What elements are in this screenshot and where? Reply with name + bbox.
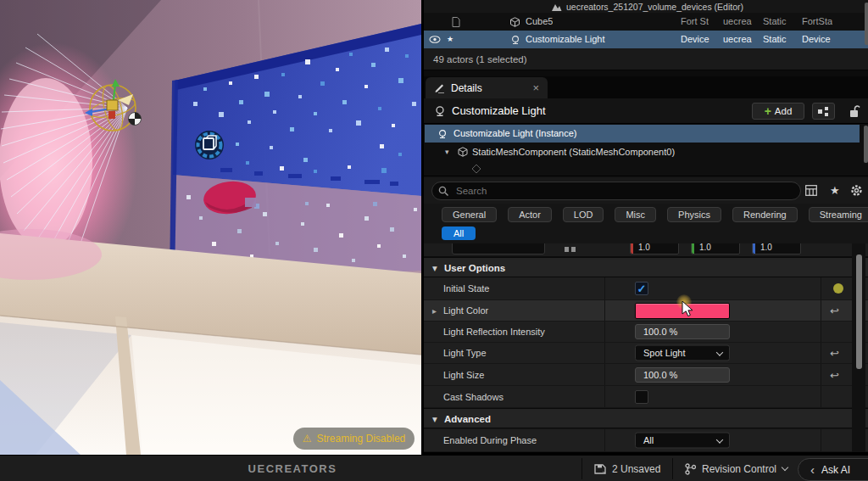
ask-ai-button[interactable]: ‹ Ask AI (798, 458, 868, 481)
component-tree-scrollbar[interactable] (864, 126, 868, 163)
light-device-icon (510, 35, 520, 45)
static-mesh-icon (458, 147, 468, 157)
streaming-warning-badge: ⚠ Streaming Disabled (293, 428, 415, 450)
warning-icon: ⚠ (303, 433, 312, 445)
search-row: ★ (424, 178, 868, 204)
filter-chip-physics[interactable]: Physics (667, 207, 721, 222)
initial-state-checkbox[interactable]: ✓ (635, 282, 648, 295)
scale-y-value: 1.0 (699, 243, 711, 252)
static-mesh-icon (509, 17, 520, 27)
details-tabbar: Details × (424, 76, 868, 98)
transform-scale-row-partial: 1.0 1.0 1.0 (424, 243, 868, 257)
search-icon (438, 186, 449, 197)
filter-chip-misc[interactable]: Misc (615, 207, 656, 222)
close-icon[interactable]: × (532, 81, 539, 94)
selected-actor-title: Customizable Light (452, 98, 546, 124)
scale-x-field[interactable]: 1.0 (630, 243, 679, 254)
tab-label: Details (451, 82, 482, 94)
scale-y-field[interactable]: 1.0 (691, 243, 740, 254)
actor-type: Device (681, 31, 709, 48)
reset-to-default-icon[interactable]: ↩ (830, 368, 839, 381)
collapse-arrow-icon[interactable]: ▾ (432, 409, 437, 429)
component-row-partial[interactable] (424, 161, 859, 176)
actor-class: Device (802, 31, 831, 48)
actor-class: FortSta (802, 13, 832, 31)
row-enabled-during-phase: Enabled During Phase All (424, 429, 868, 452)
filter-chip-general[interactable]: General (442, 207, 497, 222)
filter-chip-lod[interactable]: LOD (563, 207, 604, 222)
property-label: Initial State (443, 277, 489, 299)
actor-mobility: Static (763, 13, 787, 31)
panel-divider (424, 70, 868, 76)
unsaved-label: 2 Unsaved (612, 463, 660, 475)
settings-gear-icon[interactable] (850, 184, 863, 197)
outliner-row-customizable-light[interactable]: ★ Customizable Light Device uecrea Stati… (424, 31, 868, 48)
level-title-text: uecreators_251207_volume_devices (Editor… (566, 2, 743, 12)
actor-source: uecrea (723, 13, 752, 31)
modified-star-icon: ★ (447, 31, 453, 48)
chevron-down-icon (716, 436, 723, 443)
tab-details[interactable]: Details × (426, 77, 548, 98)
actor-label: Customizable Light (526, 31, 605, 48)
revision-control-button[interactable]: Revision Control (685, 456, 787, 481)
outliner-row-cube5[interactable]: Cube5 Fort St uecrea Static FortSta (424, 13, 868, 31)
component-tree: Customizable Light (Instance) ▾ StaticMe… (424, 124, 868, 176)
property-label: Light Type (443, 343, 487, 363)
component-row-instance[interactable]: Customizable Light (Instance) (425, 125, 860, 143)
scale-x-value: 1.0 (638, 243, 650, 252)
blueprint-page-icon (452, 17, 460, 27)
chevron-down-icon (782, 464, 788, 471)
browse-hierarchy-button[interactable] (812, 103, 835, 120)
light-reflection-intensity-field[interactable]: 100.0 % (635, 324, 730, 339)
device-billboard-icon[interactable] (195, 131, 224, 159)
reset-to-default-icon[interactable]: ↩ (830, 347, 839, 360)
collapse-arrow-icon[interactable]: ▾ (432, 258, 437, 278)
hierarchy-icon (818, 106, 829, 117)
expand-arrow-icon[interactable]: ▸ (432, 300, 437, 321)
component-icon (471, 164, 481, 174)
row-light-size: Light Size 100.0 % ↩ (424, 364, 868, 386)
property-label: Light Size (443, 364, 484, 385)
outliner-level-title[interactable]: uecreators_251207_volume_devices (Editor… (424, 0, 868, 13)
visibility-eye-icon[interactable] (429, 36, 441, 43)
actor-mobility: Static (763, 31, 787, 48)
row-light-reflection-intensity: Light Reflection Intensity 100.0 % (424, 322, 868, 343)
filter-chip-actor[interactable]: Actor (508, 207, 552, 222)
enabled-during-phase-dropdown[interactable]: All (635, 433, 730, 449)
unlock-icon[interactable] (849, 104, 860, 118)
scale-mode-dropdown[interactable] (452, 243, 545, 254)
property-label: Enabled During Phase (443, 429, 537, 451)
unsaved-changes-button[interactable]: 2 Unsaved (594, 456, 660, 481)
property-label: Cast Shadows (443, 386, 504, 407)
scale-lock-icon[interactable] (565, 245, 576, 254)
level-icon (551, 2, 562, 12)
filter-chip-rendering[interactable]: Rendering (732, 207, 798, 222)
section-user-options[interactable]: ▾ User Options (424, 257, 868, 277)
light-size-field[interactable]: 100.0 % (635, 367, 730, 383)
outliner-scrollbar[interactable] (865, 3, 868, 45)
section-label: Advanced (444, 409, 491, 429)
cast-shadows-checkbox[interactable] (635, 390, 648, 404)
viewport-scene[interactable] (0, 0, 421, 455)
row-light-color: ▸ Light Color ↩ (424, 300, 868, 322)
actor-label: Cube5 (526, 13, 553, 31)
favorites-star-icon[interactable]: ★ (830, 184, 840, 197)
streaming-warning-text: Streaming Disabled (317, 433, 406, 445)
section-advanced[interactable]: ▾ Advanced (424, 408, 868, 428)
scale-z-field[interactable]: 1.0 (752, 243, 801, 254)
reset-to-default-icon[interactable]: ↩ (830, 305, 839, 317)
chevron-down-icon (716, 349, 723, 355)
add-component-button[interactable]: + Add (752, 103, 804, 120)
property-label: Light Reflection Intensity (443, 322, 545, 342)
expander-arrow-icon[interactable]: ▾ (445, 143, 449, 160)
filter-chip-all[interactable]: All (442, 227, 476, 240)
uefn-editor-window: ⚠ Streaming Disabled uecreators_251207_v… (0, 0, 868, 481)
filter-chip-streaming[interactable]: Streaming (809, 207, 868, 222)
component-row-staticmesh[interactable]: ▾ StaticMeshComponent (StaticMeshCompone… (424, 143, 859, 160)
details-pencil-icon (434, 82, 445, 93)
light-type-value: Spot Light (643, 348, 686, 358)
details-scrollbar-thumb[interactable] (856, 254, 862, 369)
search-input[interactable] (431, 182, 801, 200)
display-filter-icon[interactable] (805, 185, 817, 196)
light-type-dropdown[interactable]: Spot Light (635, 345, 730, 361)
